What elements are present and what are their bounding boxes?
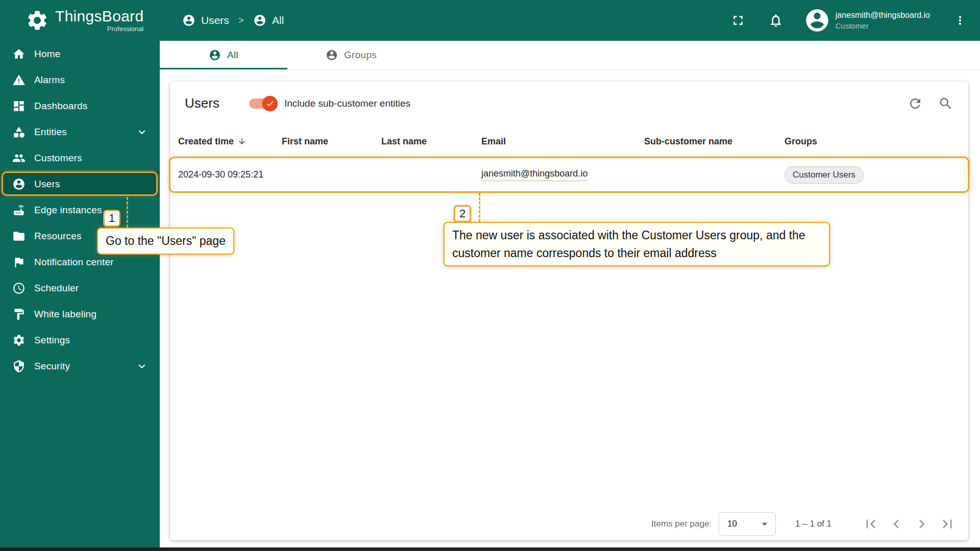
home-icon	[12, 47, 26, 61]
annotation-callout-2: The new user is associated with the Cust…	[444, 222, 830, 266]
sidebar-item-alarms[interactable]: Alarms	[0, 67, 160, 93]
breadcrumb-label: Users	[201, 14, 229, 27]
breadcrumb-item-users[interactable]: Users	[182, 14, 229, 27]
chevron-down-icon[interactable]	[135, 126, 149, 139]
more-menu-icon[interactable]	[953, 14, 967, 27]
column-groups[interactable]: Groups	[785, 136, 960, 147]
dashboards-icon	[12, 99, 26, 113]
annotation-badge-2: 2	[454, 205, 471, 222]
sidebar-item-dashboards[interactable]: Dashboards	[0, 93, 160, 119]
settings-gear-icon	[12, 334, 26, 347]
cell-groups: Customer Users	[785, 166, 960, 184]
sort-descending-icon[interactable]	[237, 137, 247, 146]
fullscreen-icon[interactable]	[730, 13, 746, 28]
column-sub-customer-name[interactable]: Sub-customer name	[644, 136, 785, 147]
column-email[interactable]: Email	[481, 136, 644, 147]
breadcrumb: Users > All	[182, 14, 284, 27]
white-labeling-paint-icon	[12, 308, 26, 321]
refresh-icon[interactable]	[908, 96, 923, 111]
edge-instances-icon	[12, 204, 26, 217]
notification-center-icon	[12, 256, 26, 269]
user-icon	[209, 49, 221, 61]
pagination-range: 1 – 1 of 1	[795, 519, 831, 529]
main-content: All Groups Users Include sub-customer en…	[160, 41, 980, 551]
tab-all[interactable]: All	[160, 41, 287, 69]
pagination-bar: Items per page: 10 1 – 1 of 1	[170, 508, 968, 540]
page-title: Users	[185, 95, 219, 111]
chevron-down-icon[interactable]	[135, 360, 149, 373]
first-page-button[interactable]	[862, 515, 879, 533]
annotation-badge-1: 1	[103, 210, 120, 227]
toggle-label: Include sub-customer entities	[284, 98, 410, 109]
dropdown-arrow-icon	[758, 517, 771, 531]
top-header: ThingsBoard Professional Users > All	[0, 0, 980, 41]
sidebar-item-settings[interactable]: Settings	[0, 327, 160, 353]
user-role: Customer	[836, 21, 930, 31]
user-email: janesmith@thingsboard.io	[836, 10, 930, 21]
users-table-card: Users Include sub-customer entities Crea…	[170, 82, 968, 540]
column-created-time[interactable]: Created time	[178, 136, 282, 147]
thingsboard-logo[interactable]: ThingsBoard Professional	[0, 8, 160, 33]
tab-label: All	[227, 49, 238, 61]
sidebar-item-home[interactable]: Home	[0, 41, 160, 67]
sidebar: Home Alarms Dashboards Entities Customer…	[0, 41, 160, 551]
sidebar-item-customers[interactable]: Customers	[0, 145, 160, 171]
items-per-page-label: Items per page:	[651, 519, 712, 529]
tab-groups[interactable]: Groups	[287, 41, 415, 69]
sidebar-item-users[interactable]: Users	[0, 171, 160, 197]
sidebar-item-white-labeling[interactable]: White labeling	[0, 301, 160, 327]
sidebar-item-entities[interactable]: Entities	[0, 119, 160, 145]
brand-name: ThingsBoard	[55, 8, 143, 24]
search-icon[interactable]	[938, 96, 953, 111]
entities-icon	[12, 126, 26, 139]
check-icon	[265, 99, 275, 108]
tab-label: Groups	[344, 49, 377, 61]
sidebar-item-scheduler[interactable]: Scheduler	[0, 275, 160, 301]
breadcrumb-item-all[interactable]: All	[253, 14, 284, 27]
customers-icon	[12, 152, 26, 165]
previous-page-button[interactable]	[888, 515, 905, 533]
tabs-bar: All Groups	[160, 41, 980, 70]
items-per-page-select[interactable]: 10	[719, 512, 776, 536]
sidebar-item-security[interactable]: Security	[0, 353, 160, 379]
alarm-warning-icon	[12, 73, 26, 87]
table-row[interactable]: 2024-09-30 09:25:21 janesmith@thingsboar…	[170, 158, 968, 192]
toggle-thumb	[262, 96, 278, 111]
card-header: Users Include sub-customer entities	[170, 82, 968, 125]
annotation-callout-1: Go to the "Users" page	[97, 228, 234, 255]
items-per-page-value: 10	[727, 519, 737, 529]
brand-text: ThingsBoard Professional	[55, 8, 143, 33]
cell-created-time: 2024-09-30 09:25:21	[178, 169, 282, 180]
next-page-button[interactable]	[913, 515, 930, 533]
security-shield-icon	[12, 360, 26, 373]
table-header-row: Created time First name Last name Email …	[170, 125, 968, 158]
breadcrumb-label: All	[272, 14, 284, 27]
notifications-bell-icon[interactable]	[768, 13, 783, 28]
scheduler-clock-icon	[12, 282, 26, 295]
user-icon	[326, 49, 338, 61]
include-subcustomer-toggle[interactable]	[249, 97, 277, 110]
cell-email: janesmith@thingsboard.io	[481, 168, 644, 181]
column-first-name[interactable]: First name	[282, 136, 381, 147]
thingsboard-gear-icon	[26, 9, 49, 32]
user-icon	[253, 14, 266, 27]
user-info: janesmith@thingsboard.io Customer	[836, 10, 930, 31]
resources-folder-icon	[12, 230, 26, 243]
window-bottom-edge	[0, 547, 980, 551]
header-actions: janesmith@thingsboard.io Customer	[730, 7, 980, 34]
users-icon	[12, 178, 26, 191]
user-icon	[182, 14, 195, 27]
table-actions	[908, 96, 953, 111]
breadcrumb-separator: >	[238, 15, 244, 26]
user-avatar[interactable]	[804, 7, 830, 34]
sidebar-item-edge-instances[interactable]: Edge instances	[0, 197, 160, 223]
last-page-button[interactable]	[939, 515, 956, 533]
column-last-name[interactable]: Last name	[381, 136, 481, 147]
group-chip[interactable]: Customer Users	[785, 166, 864, 184]
brand-subtitle: Professional	[107, 25, 144, 33]
